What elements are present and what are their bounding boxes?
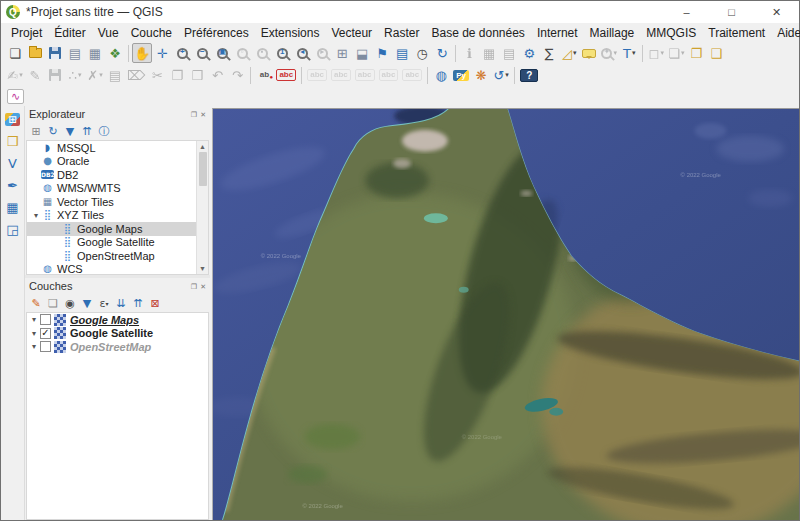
search-features-button[interactable]: ✦▾ [599,43,619,63]
menu-base-de-donn-es[interactable]: Base de données [425,25,530,41]
refresh-browser-button[interactable]: ↻ [45,123,61,139]
toggle-editing-button[interactable]: ✎ [25,65,45,85]
new-virtual-layer-button[interactable]: ◲ [3,219,23,239]
redo-button[interactable]: ↷ [227,65,247,85]
browser-item-db2[interactable]: DB2DB2 [27,168,196,182]
open-project-button[interactable] [25,43,45,63]
browser-item-google-satellite[interactable]: ⣿Google Satellite [27,236,196,250]
processing-history-button[interactable]: ↺▾ [491,65,511,85]
new-project-button[interactable]: ❏ [5,43,25,63]
menu-projet[interactable]: Projet [5,25,48,41]
refresh-map-button[interactable]: ↻ [432,43,452,63]
select-by-form-button[interactable]: ❏▾ [666,43,686,63]
chevron-down-icon[interactable]: ▾ [78,71,82,79]
map-tips-button[interactable] [579,43,599,63]
add-feature-button[interactable]: ∴▾ [65,65,85,85]
temporal-controller-button[interactable]: ◷ [412,43,432,63]
show-hide-labels-button[interactable]: abc [329,65,353,85]
chevron-down-icon[interactable]: ▾ [681,49,685,57]
move-label-button[interactable]: abc [400,65,424,85]
zoom-full-extent-button[interactable]: ▣ [212,43,232,63]
new-spatialite-layer-button[interactable]: ✒ [3,175,23,195]
menu-couche[interactable]: Couche [125,25,178,41]
menu-vecteur[interactable]: Vecteur [325,25,378,41]
browser-item-wms-wmts[interactable]: ◍WMS/WMTS [27,182,196,196]
collapse-all-layers-button[interactable]: ⇈ [130,295,146,311]
field-calculator-button[interactable]: ▤ [499,43,519,63]
zoom-native-resolution-button[interactable]: 1 [272,43,292,63]
menu-diter[interactable]: Éditer [48,25,91,41]
identify-features-button[interactable]: ℹ [459,43,479,63]
zoom-to-selection-button[interactable]: ▫ [232,43,252,63]
chevron-down-icon[interactable]: ▾ [99,71,103,79]
chevron-down-icon[interactable]: ▾ [105,300,108,307]
minimize-button[interactable]: – [664,1,709,23]
scroll-up-icon[interactable]: ▲ [199,141,206,152]
paste-features-button[interactable]: ❒ [187,65,207,85]
new-print-layout-button[interactable]: ▤ [65,43,85,63]
scroll-down-icon[interactable]: ▼ [199,263,206,274]
open-attribute-table-button[interactable]: ▦ [479,43,499,63]
map-canvas[interactable]: © 2022 Google © 2022 Google © 2022 Googl… [212,108,799,520]
layer-checkbox-google-satellite[interactable]: ✓ [40,328,51,339]
new-shapefile-layer-button[interactable]: V [3,153,23,173]
layer-caret-icon[interactable]: ▾ [29,329,39,338]
browser-scrollbar-thumb[interactable] [199,152,207,186]
new-3d-map-view-button[interactable]: ⬓ [352,43,372,63]
remove-layer-button[interactable]: ⊠ [147,295,163,311]
collapse-all-button[interactable]: ⇈ [79,123,95,139]
menu-vue[interactable]: Vue [92,25,125,41]
close-button[interactable]: ✕ [754,1,799,23]
save-edits-button[interactable] [45,65,65,85]
statistics-panel-button[interactable]: ∑ [539,43,559,63]
menu-pr-f-rences[interactable]: Préférences [178,25,255,41]
elevation-profile-button[interactable]: ∿ [5,86,26,106]
modify-attributes-button[interactable]: ▤ [105,65,125,85]
metasearch-button[interactable]: ◍ [431,65,451,85]
layer-row-google-maps[interactable]: ▾Google Maps [27,313,208,327]
browser-item-mssql[interactable]: ◗MSSQL [27,141,196,155]
layer-styling-button[interactable]: ✎ [28,295,44,311]
expand-caret-icon[interactable]: ▾ [31,211,41,220]
pin-labels-button[interactable]: ❑ [706,43,726,63]
menu-extensions[interactable]: Extensions [255,25,326,41]
layer-diagram-options-button[interactable]: abc [274,65,298,85]
zoom-to-layer-button[interactable]: ▪ [252,43,272,63]
help-contents-button[interactable]: ? [518,65,540,85]
zoom-in-button[interactable]: + [172,43,192,63]
layer-caret-icon[interactable]: ▾ [29,315,39,324]
python-console-button[interactable]: Py [451,65,471,85]
chevron-down-icon[interactable]: ▾ [573,49,577,57]
browser-item-vector-tiles[interactable]: ▦Vector Tiles [27,195,196,209]
browser-item-google-maps[interactable]: ⣿Google Maps [27,222,196,236]
layer-checkbox-openstreetmap[interactable] [40,341,51,352]
menu-traitement[interactable]: Traitement [702,25,771,41]
map-themes-button[interactable]: ◉ [62,295,78,311]
pan-map-button[interactable]: ✋ [132,43,152,63]
layers-close-button[interactable]: ✕ [200,283,206,290]
copy-features-button[interactable]: ❐ [167,65,187,85]
maximize-button[interactable]: □ [709,1,754,23]
menu-aide[interactable]: Aide [771,25,800,41]
layer-row-google-satellite[interactable]: ▾✓Google Satellite [27,327,208,341]
show-bookmarks-button[interactable]: ▤ [392,43,412,63]
select-features-button[interactable]: ◻▾ [646,43,666,63]
new-map-view-button[interactable]: ⊞ [332,43,352,63]
show-hidden-labels-button[interactable]: abc [377,65,401,85]
undo-button[interactable]: ↶ [207,65,227,85]
layout-manager-button[interactable]: ▦ [85,43,105,63]
browser-item-xyz-tiles[interactable]: ▾⣿XYZ Tiles [27,209,196,223]
pan-to-selection-button[interactable]: ✛ [152,43,172,63]
filter-browser-button[interactable]: ▼ [62,123,78,139]
zoom-next-button[interactable]: ▸ [312,43,332,63]
menu-maillage[interactable]: Maillage [584,25,641,41]
label-overlaps-button[interactable]: ❐ [686,43,706,63]
menu-mmqgis[interactable]: MMQGIS [640,25,702,41]
chevron-down-icon[interactable]: ▾ [660,49,664,57]
filter-legend-button[interactable]: ▼ [79,295,95,311]
pin-unpin-labels-button[interactable]: abc [353,65,377,85]
vertex-tool-button[interactable]: ✗▾ [85,65,105,85]
measure-button[interactable]: ◿▾ [559,43,579,63]
browser-item-openstreetmap[interactable]: ⣿OpenStreetMap [27,249,196,263]
new-spatial-bookmark-button[interactable]: ⚑ [372,43,392,63]
